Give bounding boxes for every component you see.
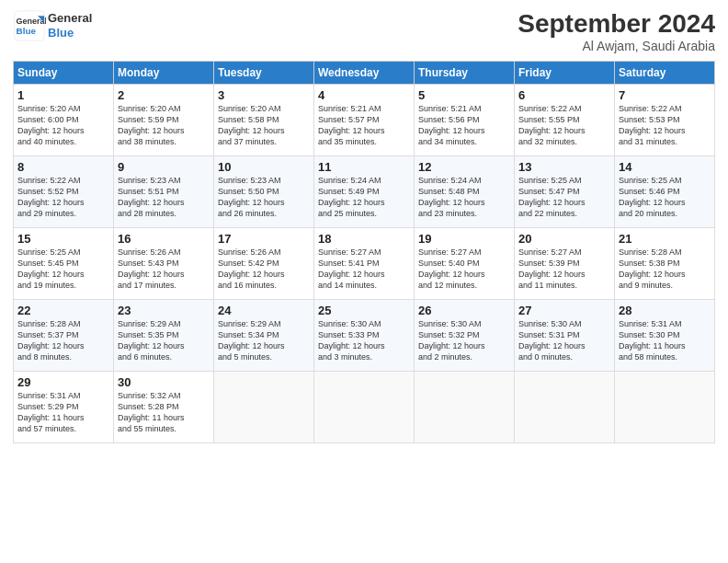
day-number: 6 [518,88,610,102]
day-details: Sunrise: 5:27 AMSunset: 5:41 PMDaylight:… [318,247,410,292]
day-number: 18 [318,232,410,246]
calendar-cell: 12Sunrise: 5:24 AMSunset: 5:48 PMDayligh… [415,156,515,228]
calendar-cell: 19Sunrise: 5:27 AMSunset: 5:40 PMDayligh… [415,228,515,300]
day-number: 10 [218,160,310,174]
logo: General Blue GeneralBlue [13,9,92,42]
calendar-week-2: 8Sunrise: 5:22 AMSunset: 5:52 PMDaylight… [14,156,715,228]
day-details: Sunrise: 5:29 AMSunset: 5:34 PMDaylight:… [218,318,310,363]
calendar-cell: 11Sunrise: 5:24 AMSunset: 5:49 PMDayligh… [314,156,415,228]
logo-text: GeneralBlue [48,11,92,40]
day-header-saturday: Saturday [615,62,715,85]
calendar-cell: 26Sunrise: 5:30 AMSunset: 5:32 PMDayligh… [415,300,515,372]
day-details: Sunrise: 5:22 AMSunset: 5:52 PMDaylight:… [17,175,109,220]
day-number: 4 [318,88,410,102]
day-details: Sunrise: 5:22 AMSunset: 5:53 PMDaylight:… [619,103,711,148]
day-number: 17 [218,232,310,246]
day-details: Sunrise: 5:27 AMSunset: 5:40 PMDaylight:… [418,247,510,292]
day-number: 13 [518,160,610,174]
day-number: 14 [619,160,711,174]
day-number: 12 [418,160,510,174]
day-header-sunday: Sunday [14,62,114,85]
calendar-cell: 8Sunrise: 5:22 AMSunset: 5:52 PMDaylight… [14,156,114,228]
day-details: Sunrise: 5:26 AMSunset: 5:42 PMDaylight:… [218,247,310,292]
day-number: 8 [17,160,109,174]
calendar-cell: 29Sunrise: 5:31 AMSunset: 5:29 PMDayligh… [14,372,114,443]
calendar-week-5: 29Sunrise: 5:31 AMSunset: 5:29 PMDayligh… [14,372,715,443]
calendar-cell [615,372,715,443]
day-details: Sunrise: 5:20 AMSunset: 6:00 PMDaylight:… [17,103,109,148]
day-details: Sunrise: 5:28 AMSunset: 5:38 PMDaylight:… [619,247,711,292]
day-details: Sunrise: 5:25 AMSunset: 5:47 PMDaylight:… [518,175,610,220]
day-number: 3 [218,88,310,102]
day-number: 9 [118,160,210,174]
day-number: 15 [17,232,109,246]
calendar-cell: 25Sunrise: 5:30 AMSunset: 5:33 PMDayligh… [314,300,415,372]
day-number: 20 [518,232,610,246]
calendar-week-1: 1Sunrise: 5:20 AMSunset: 6:00 PMDaylight… [14,85,715,156]
day-number: 5 [418,88,510,102]
day-details: Sunrise: 5:24 AMSunset: 5:48 PMDaylight:… [418,175,510,220]
calendar-cell: 24Sunrise: 5:29 AMSunset: 5:34 PMDayligh… [214,300,314,372]
day-number: 22 [17,304,109,317]
calendar-cell: 10Sunrise: 5:23 AMSunset: 5:50 PMDayligh… [214,156,314,228]
day-header-friday: Friday [515,62,615,85]
title-block: September 2024 Al Awjam, Saudi Arabia [518,9,715,53]
calendar-table: SundayMondayTuesdayWednesdayThursdayFrid… [13,61,715,443]
day-details: Sunrise: 5:30 AMSunset: 5:33 PMDaylight:… [318,318,410,363]
calendar-cell: 1Sunrise: 5:20 AMSunset: 6:00 PMDaylight… [14,85,114,156]
calendar-cell: 17Sunrise: 5:26 AMSunset: 5:42 PMDayligh… [214,228,314,300]
calendar-cell: 2Sunrise: 5:20 AMSunset: 5:59 PMDaylight… [114,85,214,156]
day-number: 19 [418,232,510,246]
day-details: Sunrise: 5:24 AMSunset: 5:49 PMDaylight:… [318,175,410,220]
day-details: Sunrise: 5:30 AMSunset: 5:31 PMDaylight:… [518,318,610,363]
day-details: Sunrise: 5:25 AMSunset: 5:46 PMDaylight:… [619,175,711,220]
calendar-cell: 22Sunrise: 5:28 AMSunset: 5:37 PMDayligh… [14,300,114,372]
day-details: Sunrise: 5:20 AMSunset: 5:58 PMDaylight:… [218,103,310,148]
day-number: 24 [218,304,310,317]
calendar-cell: 18Sunrise: 5:27 AMSunset: 5:41 PMDayligh… [314,228,415,300]
day-header-monday: Monday [114,62,214,85]
page-container: General Blue GeneralBlue September 2024 … [0,0,728,453]
header: General Blue GeneralBlue September 2024 … [13,9,715,53]
calendar-cell: 3Sunrise: 5:20 AMSunset: 5:58 PMDaylight… [214,85,314,156]
day-number: 7 [619,88,711,102]
day-header-thursday: Thursday [415,62,515,85]
day-details: Sunrise: 5:21 AMSunset: 5:57 PMDaylight:… [318,103,410,148]
day-number: 28 [619,304,711,317]
day-details: Sunrise: 5:32 AMSunset: 5:28 PMDaylight:… [118,390,210,435]
day-number: 2 [118,88,210,102]
day-details: Sunrise: 5:25 AMSunset: 5:45 PMDaylight:… [17,247,109,292]
calendar-cell: 20Sunrise: 5:27 AMSunset: 5:39 PMDayligh… [515,228,615,300]
svg-text:Blue: Blue [17,26,37,36]
day-details: Sunrise: 5:23 AMSunset: 5:50 PMDaylight:… [218,175,310,220]
calendar-header-row: SundayMondayTuesdayWednesdayThursdayFrid… [14,62,715,85]
calendar-week-4: 22Sunrise: 5:28 AMSunset: 5:37 PMDayligh… [14,300,715,372]
logo-icon: General Blue [13,9,46,42]
calendar-cell: 21Sunrise: 5:28 AMSunset: 5:38 PMDayligh… [615,228,715,300]
day-number: 25 [318,304,410,317]
calendar-cell [214,372,314,443]
day-details: Sunrise: 5:27 AMSunset: 5:39 PMDaylight:… [518,247,610,292]
day-number: 21 [619,232,711,246]
day-details: Sunrise: 5:20 AMSunset: 5:59 PMDaylight:… [118,103,210,148]
calendar-cell: 15Sunrise: 5:25 AMSunset: 5:45 PMDayligh… [14,228,114,300]
day-details: Sunrise: 5:23 AMSunset: 5:51 PMDaylight:… [118,175,210,220]
calendar-cell: 4Sunrise: 5:21 AMSunset: 5:57 PMDaylight… [314,85,415,156]
calendar-cell: 6Sunrise: 5:22 AMSunset: 5:55 PMDaylight… [515,85,615,156]
calendar-cell: 13Sunrise: 5:25 AMSunset: 5:47 PMDayligh… [515,156,615,228]
day-details: Sunrise: 5:31 AMSunset: 5:29 PMDaylight:… [17,390,109,435]
day-details: Sunrise: 5:28 AMSunset: 5:37 PMDaylight:… [17,318,109,363]
day-number: 23 [118,304,210,317]
day-header-tuesday: Tuesday [214,62,314,85]
calendar-cell: 30Sunrise: 5:32 AMSunset: 5:28 PMDayligh… [114,372,214,443]
day-details: Sunrise: 5:22 AMSunset: 5:55 PMDaylight:… [518,103,610,148]
day-details: Sunrise: 5:21 AMSunset: 5:56 PMDaylight:… [418,103,510,148]
month-title: September 2024 [518,9,715,39]
day-number: 29 [17,375,109,389]
location-subtitle: Al Awjam, Saudi Arabia [518,39,715,53]
day-details: Sunrise: 5:26 AMSunset: 5:43 PMDaylight:… [118,247,210,292]
calendar-cell: 27Sunrise: 5:30 AMSunset: 5:31 PMDayligh… [515,300,615,372]
day-number: 16 [118,232,210,246]
calendar-cell: 14Sunrise: 5:25 AMSunset: 5:46 PMDayligh… [615,156,715,228]
calendar-cell [515,372,615,443]
